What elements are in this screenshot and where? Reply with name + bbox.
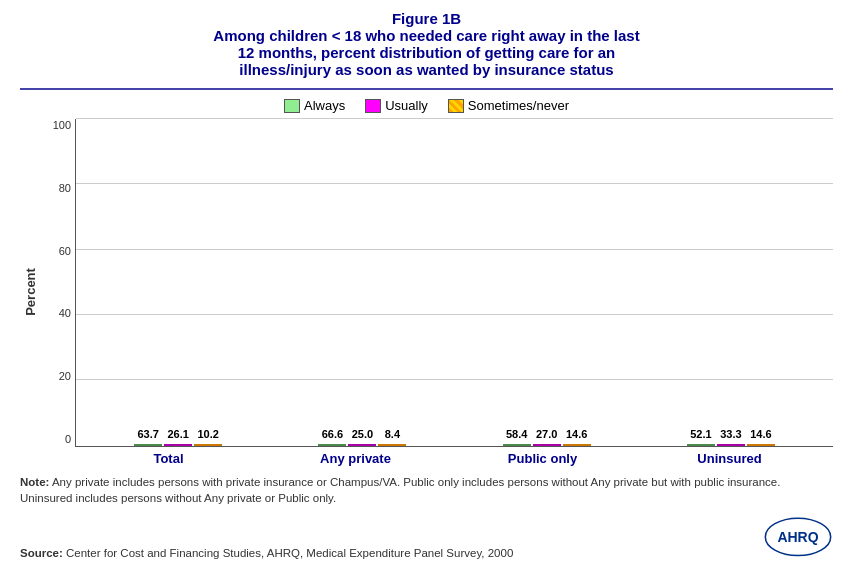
y-tick-80: 80 — [40, 182, 75, 194]
legend: Always Usually Sometimes/never — [20, 98, 833, 113]
bar-group-total-bars: 63.7 26.1 10.2 — [134, 444, 222, 446]
always-legend-box — [284, 99, 300, 113]
bar-private-always: 66.6 — [318, 444, 346, 446]
bar-uninsured-sometimes-rect — [747, 444, 775, 446]
bar-public-always-rect — [503, 444, 531, 446]
subtitle-line2: 12 months, percent distribution of getti… — [20, 44, 833, 61]
chart-inner: 0 20 40 60 80 100 — [40, 119, 833, 466]
title-divider — [20, 88, 833, 90]
bar-group-private: 66.6 25.0 8.4 — [318, 444, 406, 446]
y-tick-20: 20 — [40, 370, 75, 382]
y-axis-label: Percent — [20, 119, 40, 466]
bar-public-usually: 27.0 — [533, 444, 561, 446]
note-text: Any private includes persons with privat… — [20, 476, 780, 504]
bar-private-sometimes: 8.4 — [378, 444, 406, 446]
bars-container: 63.7 26.1 10.2 — [75, 119, 833, 447]
logo-area: AHRQ — [763, 514, 833, 559]
notes-section: Note: Any private includes persons with … — [20, 474, 833, 506]
bar-uninsured-usually: 33.3 — [717, 444, 745, 446]
bar-private-always-rect — [318, 444, 346, 446]
title-section: Figure 1B Among children < 18 who needed… — [20, 10, 833, 78]
usually-label: Usually — [385, 98, 428, 113]
y-tick-100: 100 — [40, 119, 75, 131]
x-labels: Total Any private Public only Uninsured — [40, 447, 833, 466]
legend-always: Always — [284, 98, 345, 113]
y-tick-60: 60 — [40, 245, 75, 257]
bar-total-sometimes-rect — [194, 444, 222, 446]
bar-group-total: 63.7 26.1 10.2 — [134, 444, 222, 446]
sometimes-label: Sometimes/never — [468, 98, 569, 113]
source-label: Source: — [20, 547, 63, 559]
subtitle-line3: illness/injury as soon as wanted by insu… — [20, 61, 833, 78]
bar-total-always: 63.7 — [134, 444, 162, 446]
svg-text:AHRQ: AHRQ — [777, 529, 818, 545]
bar-private-sometimes-rect — [378, 444, 406, 446]
bar-public-sometimes-rect — [563, 444, 591, 446]
bar-uninsured-always-rect — [687, 444, 715, 446]
figure-title: Figure 1B — [20, 10, 833, 27]
bar-group-uninsured-bars: 52.1 33.3 14.6 — [687, 444, 775, 446]
subtitle-line1: Among children < 18 who needed care righ… — [20, 27, 833, 44]
chart-area: Percent 0 20 40 60 80 100 — [20, 119, 833, 466]
bar-private-always-value: 66.6 — [322, 428, 343, 440]
bar-public-sometimes-value: 14.6 — [566, 428, 587, 440]
always-label: Always — [304, 98, 345, 113]
x-label-total: Total — [119, 451, 219, 466]
x-label-public: Public only — [493, 451, 593, 466]
sometimes-legend-box — [448, 99, 464, 113]
bar-private-usually: 25.0 — [348, 444, 376, 446]
y-tick-40: 40 — [40, 307, 75, 319]
bar-private-usually-rect — [348, 444, 376, 446]
note-label: Note: — [20, 476, 49, 488]
bar-uninsured-usually-value: 33.3 — [720, 428, 741, 440]
bar-public-usually-value: 27.0 — [536, 428, 557, 440]
bar-public-sometimes: 14.6 — [563, 444, 591, 446]
bar-total-sometimes: 10.2 — [194, 444, 222, 446]
main-container: Figure 1B Among children < 18 who needed… — [0, 0, 853, 569]
usually-legend-box — [365, 99, 381, 113]
bar-total-always-value: 63.7 — [137, 428, 158, 440]
ahrq-logo: AHRQ — [763, 514, 833, 559]
bar-uninsured-always: 52.1 — [687, 444, 715, 446]
bar-uninsured-sometimes: 14.6 — [747, 444, 775, 446]
y-ticks: 0 20 40 60 80 100 — [40, 119, 75, 447]
x-label-private: Any private — [306, 451, 406, 466]
bar-total-usually-value: 26.1 — [167, 428, 188, 440]
bar-group-public: 58.4 27.0 14.6 — [503, 444, 591, 446]
bar-public-usually-rect — [533, 444, 561, 446]
bar-total-usually-rect — [164, 444, 192, 446]
plot-area: 0 20 40 60 80 100 — [40, 119, 833, 447]
bar-private-usually-value: 25.0 — [352, 428, 373, 440]
legend-sometimes: Sometimes/never — [448, 98, 569, 113]
bar-group-public-bars: 58.4 27.0 14.6 — [503, 444, 591, 446]
source-text: Center for Cost and Financing Studies, A… — [63, 547, 513, 559]
bar-uninsured-usually-rect — [717, 444, 745, 446]
bar-uninsured-sometimes-value: 14.6 — [750, 428, 771, 440]
bar-total-always-rect — [134, 444, 162, 446]
source-section: Source: Center for Cost and Financing St… — [20, 547, 513, 559]
bar-total-sometimes-value: 10.2 — [197, 428, 218, 440]
bar-private-sometimes-value: 8.4 — [385, 428, 400, 440]
bar-groups: 63.7 26.1 10.2 — [76, 119, 833, 446]
legend-usually: Usually — [365, 98, 428, 113]
bar-uninsured-always-value: 52.1 — [690, 428, 711, 440]
x-label-uninsured: Uninsured — [680, 451, 780, 466]
bar-public-always: 58.4 — [503, 444, 531, 446]
bar-public-always-value: 58.4 — [506, 428, 527, 440]
y-tick-0: 0 — [40, 433, 75, 445]
bar-group-uninsured: 52.1 33.3 14.6 — [687, 444, 775, 446]
bar-group-private-bars: 66.6 25.0 8.4 — [318, 444, 406, 446]
bar-total-usually: 26.1 — [164, 444, 192, 446]
